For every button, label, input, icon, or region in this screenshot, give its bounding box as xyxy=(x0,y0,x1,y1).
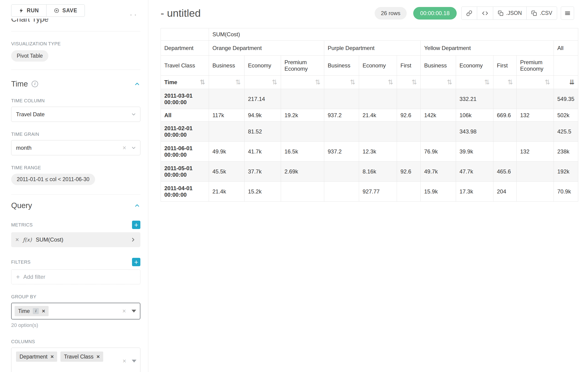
travel-class-header-cell: Premium Economy xyxy=(281,55,324,75)
travel-class-header-cell xyxy=(554,55,578,75)
group-by-select[interactable]: Time i × × xyxy=(11,303,140,319)
link-icon xyxy=(466,10,472,16)
export-button-group: .JSON .CSV xyxy=(461,7,557,20)
sort-header-cell[interactable]: ⇅ xyxy=(494,75,517,89)
add-filter-dropzone[interactable]: + Add filter xyxy=(11,269,140,284)
time-grain-value: month xyxy=(16,145,32,151)
time-section-header[interactable]: Time i xyxy=(11,80,140,88)
travel-class-header-cell: Economy xyxy=(456,55,494,75)
sort-header-cell[interactable]: ⇅ xyxy=(324,75,359,89)
export-csv-button[interactable]: .CSV xyxy=(526,7,557,20)
chart-header: - untitled 26 rows 00:00:00.18 .JSON xyxy=(148,0,588,20)
control-panel: RUN SAVE Chart Type VISUALIZATION TYPE P… xyxy=(0,0,148,372)
pivot-row: 2011-02-01 00:00:0081.52343.98425.5 xyxy=(161,122,578,142)
run-button[interactable]: RUN xyxy=(11,4,46,17)
sort-icon[interactable]: ⇅ xyxy=(484,79,490,85)
columns-tag-travel-class[interactable]: Travel Class × xyxy=(60,351,103,362)
group-by-tag-time[interactable]: Time i × xyxy=(15,306,49,316)
chevron-up-icon[interactable] xyxy=(134,202,140,209)
metric-header-cell: SUM(Cost) xyxy=(209,28,578,41)
time-grain-select[interactable]: month × xyxy=(11,140,140,155)
function-icon: ƒ(x) xyxy=(23,237,32,243)
collapse-chevron-clipped-icon xyxy=(130,14,136,16)
pivot-value-cell xyxy=(209,89,244,109)
remove-tag-icon[interactable]: × xyxy=(42,308,45,314)
clear-icon[interactable]: × xyxy=(123,144,126,151)
sort-header-cell[interactable]: ⇅ xyxy=(209,75,244,89)
sort-icon[interactable]: ⇅ xyxy=(545,79,550,85)
share-link-button[interactable] xyxy=(461,7,477,20)
travel-class-header-cell: Business xyxy=(324,55,359,75)
pivot-value-cell: 217.14 xyxy=(244,89,281,109)
time-column-select[interactable]: Travel Date xyxy=(11,107,140,122)
pivot-value-cell xyxy=(494,122,517,142)
sort-icon[interactable]: ⇅ xyxy=(508,79,513,85)
export-json-button[interactable]: .JSON xyxy=(493,7,527,20)
sort-icon[interactable]: ⇅ xyxy=(350,79,355,85)
chevron-up-icon[interactable] xyxy=(134,81,140,87)
travel-class-header-cell: Economy xyxy=(359,55,397,75)
pivot-value-cell: 70.9k xyxy=(554,181,578,202)
remove-tag-icon[interactable]: × xyxy=(51,353,54,360)
more-options-button[interactable] xyxy=(561,7,574,20)
sort-header-cell[interactable]: ⇅ xyxy=(281,75,324,89)
sort-header-cell[interactable]: ⇅ xyxy=(244,75,281,89)
time-grain-label: TIME GRAIN xyxy=(11,132,140,137)
pivot-value-cell: 94.9k xyxy=(244,109,281,122)
sort-icon[interactable]: ⇅ xyxy=(235,79,241,85)
time-range-value[interactable]: 2011-01-01 ≤ col < 2011-06-30 xyxy=(11,174,95,185)
time-sort-header-cell[interactable]: Time ⇅ xyxy=(161,75,209,89)
pivot-value-cell: 8.16k xyxy=(359,162,397,181)
sort-icon[interactable]: ⇅ xyxy=(388,79,393,85)
chart-title[interactable]: - untitled xyxy=(161,7,201,19)
divider xyxy=(11,70,140,70)
caret-down-icon xyxy=(132,360,136,362)
pivot-value-cell xyxy=(324,181,359,202)
columns-tag-department[interactable]: Department × xyxy=(16,351,57,362)
add-filter-button[interactable]: + xyxy=(132,258,140,266)
query-section-header[interactable]: Query xyxy=(11,201,140,210)
sort-header-cell[interactable]: ⇊ xyxy=(554,75,578,89)
sort-header-cell[interactable]: ⇅ xyxy=(397,75,421,89)
pivot-value-cell: 117k xyxy=(209,109,244,122)
pivot-value-cell: 15.9k xyxy=(421,181,456,202)
group-by-label: GROUP BY xyxy=(11,294,140,299)
pivot-value-cell: 39.9k xyxy=(456,142,494,162)
info-icon: i xyxy=(32,81,38,87)
chevron-right-icon[interactable] xyxy=(130,237,136,243)
sort-header-cell[interactable]: ⇅ xyxy=(421,75,456,89)
sort-icon[interactable]: ⇅ xyxy=(200,79,205,85)
sort-desc-active-icon[interactable]: ⇊ xyxy=(569,79,575,85)
sort-header-cell[interactable]: ⇅ xyxy=(359,75,397,89)
pivot-value-cell xyxy=(517,89,554,109)
department-group-header: Yellow Department xyxy=(421,41,554,55)
sort-header-cell[interactable]: ⇅ xyxy=(456,75,494,89)
hamburger-menu-icon xyxy=(564,10,571,17)
travel-class-header-cell: Premium Economy xyxy=(517,55,554,75)
sort-icon[interactable]: ⇅ xyxy=(447,79,452,85)
pivot-value-cell: 49.7k xyxy=(421,162,456,181)
metric-header-row: SUM(Cost) xyxy=(161,28,578,41)
columns-label: COLUMNS xyxy=(11,339,140,344)
save-button[interactable]: SAVE xyxy=(46,4,85,17)
plus-icon: + xyxy=(16,273,20,281)
clear-icon[interactable]: × xyxy=(123,358,126,365)
action-buttons: RUN SAVE xyxy=(11,4,140,17)
sort-icon[interactable]: ⇅ xyxy=(412,79,417,85)
lightning-icon xyxy=(19,8,24,13)
sort-icon[interactable]: ⇅ xyxy=(315,79,321,85)
remove-tag-icon[interactable]: × xyxy=(96,353,100,360)
metric-pill[interactable]: × ƒ(x) SUM(Cost) xyxy=(11,232,140,247)
sort-header-cell[interactable]: ⇅ xyxy=(517,75,554,89)
columns-select[interactable]: Department × Travel Class × × xyxy=(11,348,140,372)
add-metric-button[interactable]: + xyxy=(132,221,140,229)
pivot-value-cell xyxy=(324,162,359,181)
metrics-label-row: METRICS + xyxy=(11,221,140,229)
sort-icon[interactable]: ⇅ xyxy=(272,79,277,85)
visualization-type-value[interactable]: Pivot Table xyxy=(11,50,48,62)
remove-metric-icon[interactable]: × xyxy=(15,236,19,244)
view-query-button[interactable] xyxy=(477,7,493,20)
clear-icon[interactable]: × xyxy=(122,308,126,315)
metrics-label: METRICS xyxy=(11,222,33,228)
pivot-row: 2011-06-01 00:00:0049.9k41.7k16.5k937.21… xyxy=(161,142,578,162)
